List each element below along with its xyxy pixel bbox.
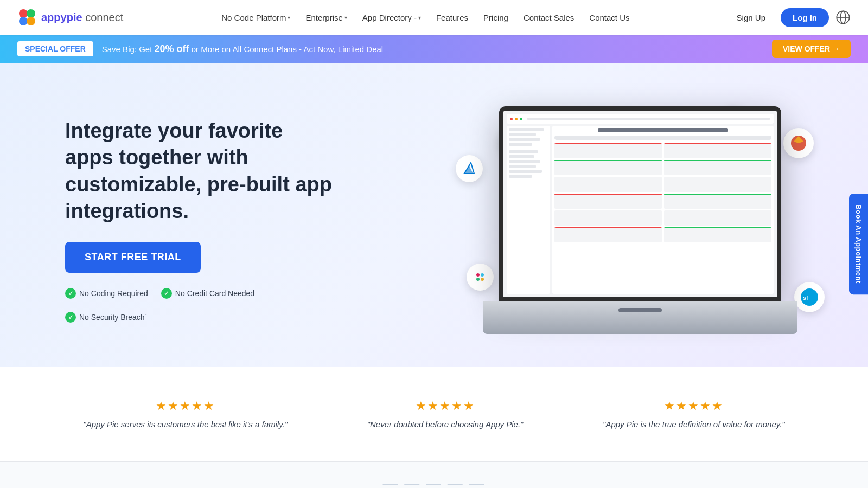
check-icon: ✓ (65, 312, 76, 323)
svg-point-2 (19, 17, 28, 25)
nav-links: No Code Platform ▾ Enterprise ▾ App Dire… (215, 9, 636, 27)
review-item-1: ★★★★★ "Appy Pie serves its customers the… (83, 399, 288, 429)
review-text-1: "Appy Pie serves its customers the best … (83, 420, 288, 429)
chevron-down-icon: ▾ (344, 15, 347, 21)
banner-label: SPECIAL OFFER (17, 41, 93, 56)
mini-main-content (552, 126, 774, 294)
svg-point-3 (27, 17, 35, 25)
nav-actions: Sign Up Log In (728, 8, 851, 27)
review-item-3: ★★★★★ "Appy Pie is the true definition o… (603, 399, 785, 429)
banner: SPECIAL OFFER Save Big: Get 20% off or M… (0, 35, 868, 63)
badge-no-credit-card: ✓ No Credit Card Needed (161, 288, 254, 299)
svg-text:sf: sf (803, 294, 808, 301)
hero-title: Integrate your favorite apps together wi… (65, 118, 336, 225)
view-offer-button[interactable]: VIEW OFFER → (772, 40, 851, 58)
logo-text: appypie connect (41, 11, 123, 24)
mini-content (507, 126, 774, 294)
svg-point-18 (476, 278, 480, 281)
book-appointment-button[interactable]: Book An Appointment (849, 194, 868, 294)
nav-item-appdirectory[interactable]: App Directory - ▾ (356, 9, 427, 27)
start-trial-button[interactable]: START FREE TRIAL (65, 242, 201, 273)
reviews-section: ★★★★★ "Appy Pie serves its customers the… (0, 367, 868, 461)
login-button[interactable]: Log In (781, 8, 829, 27)
laptop-base (483, 301, 797, 334)
bottom-strip: — — — — — (0, 461, 868, 488)
hero-left: Integrate your favorite apps together wi… (65, 118, 336, 323)
review-text-2: "Never doubted before choosing Appy Pie.… (367, 420, 524, 429)
nav-item-pricing[interactable]: Pricing (477, 9, 515, 27)
chevron-down-icon: ▾ (418, 15, 421, 21)
nav-item-contactus[interactable]: Contact Us (583, 9, 636, 27)
review-item-2: ★★★★★ "Never doubted before choosing App… (367, 399, 524, 429)
laptop-screen-inner (503, 111, 777, 297)
nav-item-features[interactable]: Features (430, 9, 475, 27)
laptop-mockup (483, 106, 797, 334)
nav-item-enterprise[interactable]: Enterprise ▾ (299, 9, 353, 27)
stars-3: ★★★★★ (603, 399, 785, 413)
svg-point-0 (19, 9, 28, 18)
svg-point-16 (476, 273, 480, 277)
signup-button[interactable]: Sign Up (728, 9, 774, 27)
logo[interactable]: appypie connect (17, 8, 123, 27)
badge-no-coding: ✓ No Coding Required (65, 288, 148, 299)
stars-1: ★★★★★ (83, 399, 288, 413)
mini-app-screen (503, 111, 777, 297)
bottom-strip-text: — — — — — (382, 475, 485, 489)
chevron-down-icon: ▾ (288, 15, 290, 21)
banner-text: Save Big: Get 20% off or More on All Con… (102, 43, 772, 55)
check-icon: ✓ (65, 288, 76, 299)
check-icon: ✓ (161, 288, 172, 299)
mini-navbar (507, 114, 774, 124)
nav-item-contactsales[interactable]: Contact Sales (517, 9, 580, 27)
hero-right: T (456, 95, 825, 345)
badge-no-security-breach: ✓ No Security Breach` (65, 312, 147, 323)
hero-section: Integrate your favorite apps together wi… (0, 63, 868, 367)
azure-icon (456, 155, 483, 182)
feature-badges: ✓ No Coding Required ✓ No Credit Card Ne… (65, 288, 336, 323)
review-text-3: "Appy Pie is the true definition of valu… (603, 420, 785, 429)
logo-icon (17, 8, 37, 27)
nav-item-nocode[interactable]: No Code Platform ▾ (215, 9, 297, 27)
navbar: appypie connect No Code Platform ▾ Enter… (0, 0, 868, 35)
svg-point-1 (27, 9, 35, 18)
stars-2: ★★★★★ (367, 399, 524, 413)
salesforce-icon: sf (794, 282, 825, 312)
mini-sidebar (507, 126, 550, 294)
laptop-screen (499, 106, 781, 301)
globe-icon[interactable] (835, 10, 851, 25)
